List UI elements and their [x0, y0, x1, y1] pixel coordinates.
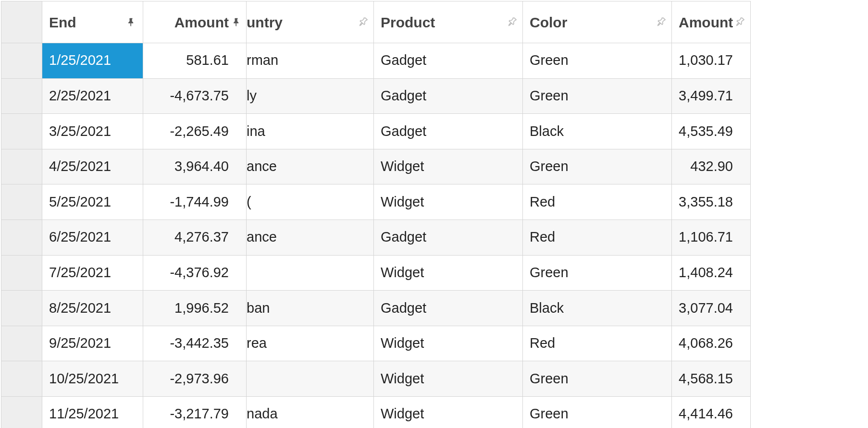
cell-amount[interactable]: -3,217.79 — [143, 397, 247, 428]
cell-color[interactable]: Red — [523, 220, 672, 256]
cell-amount2[interactable]: 432.90 — [672, 149, 750, 185]
cell-amount[interactable]: -4,376.92 — [143, 256, 247, 291]
header-rowselector[interactable] — [1, 1, 42, 43]
row-header[interactable] — [1, 397, 42, 428]
row-header[interactable] — [1, 220, 42, 256]
row-header[interactable] — [1, 361, 42, 397]
cell-amount2[interactable]: 3,077.04 — [672, 291, 750, 326]
cell-amount2[interactable]: 1,106.71 — [672, 220, 750, 256]
cell-amount[interactable]: 581.61 — [143, 43, 247, 79]
cell-color[interactable]: Green — [523, 256, 672, 291]
cell-country[interactable]: ance — [247, 220, 374, 256]
cell-amount[interactable]: -2,265.49 — [143, 114, 247, 149]
cell-amount[interactable]: 3,964.40 — [143, 149, 247, 185]
cell-amount2[interactable]: 4,535.49 — [672, 114, 750, 149]
header-end-label: End — [49, 14, 76, 30]
cell-product[interactable]: Gadget — [374, 79, 523, 114]
cell-product[interactable]: Widget — [374, 326, 523, 362]
pin-icon[interactable] — [232, 17, 241, 27]
header-product[interactable]: Product — [374, 1, 523, 43]
data-grid[interactable]: End Amount untry Product Color — [1, 1, 751, 428]
cell-amount[interactable]: -2,973.96 — [143, 361, 247, 397]
cell-amount2[interactable]: 3,355.18 — [672, 184, 750, 220]
cell-product[interactable]: Widget — [374, 361, 523, 397]
cell-color[interactable]: Red — [523, 184, 672, 220]
row-header[interactable] — [1, 79, 42, 114]
cell-amount2[interactable]: 4,068.26 — [672, 326, 750, 362]
cell-end[interactable]: 9/25/2021 — [42, 326, 143, 362]
cell-end[interactable]: 6/25/2021 — [42, 220, 143, 256]
cell-amount[interactable]: -3,442.35 — [143, 326, 247, 362]
cell-country[interactable]: ance — [247, 149, 374, 185]
cell-amount2[interactable]: 4,568.15 — [672, 361, 750, 397]
cell-color[interactable]: Green — [523, 149, 672, 185]
table-row: 6/25/20214,276.37anceGadgetRed1,106.71 — [1, 220, 750, 256]
cell-amount[interactable]: -1,744.99 — [143, 184, 247, 220]
cell-end[interactable]: 11/25/2021 — [42, 397, 143, 428]
cell-amount2[interactable]: 4,414.46 — [672, 397, 750, 428]
table-row: 9/25/2021-3,442.35reaWidgetRed4,068.26 — [1, 326, 750, 362]
cell-end[interactable]: 5/25/2021 — [42, 184, 143, 220]
cell-country[interactable]: nada — [247, 397, 374, 428]
cell-product[interactable]: Widget — [374, 149, 523, 185]
cell-color[interactable]: Black — [523, 291, 672, 326]
cell-color[interactable]: Green — [523, 43, 672, 79]
cell-product[interactable]: Widget — [374, 184, 523, 220]
cell-amount[interactable]: -4,673.75 — [143, 79, 247, 114]
row-header[interactable] — [1, 184, 42, 220]
table-row: 5/25/2021-1,744.99(WidgetRed3,355.18 — [1, 184, 750, 220]
cell-color[interactable]: Red — [523, 326, 672, 362]
header-color[interactable]: Color — [523, 1, 672, 43]
cell-end[interactable]: 3/25/2021 — [42, 114, 143, 149]
unpin-icon[interactable] — [656, 17, 667, 27]
cell-country[interactable]: ban — [247, 291, 374, 326]
cell-product[interactable]: Widget — [374, 397, 523, 428]
cell-amount2[interactable]: 1,030.17 — [672, 43, 750, 79]
row-header[interactable] — [1, 256, 42, 291]
table-row: 3/25/2021-2,265.49inaGadgetBlack4,535.49 — [1, 114, 750, 149]
cell-country[interactable]: rea — [247, 326, 374, 362]
cell-end[interactable]: 4/25/2021 — [42, 149, 143, 185]
header-end[interactable]: End — [42, 1, 143, 43]
cell-end[interactable]: 7/25/2021 — [42, 256, 143, 291]
cell-color[interactable]: Black — [523, 114, 672, 149]
header-amount-label: Amount — [174, 14, 229, 30]
table-row: 7/25/2021-4,376.92WidgetGreen1,408.24 — [1, 256, 750, 291]
cell-product[interactable]: Gadget — [374, 43, 523, 79]
cell-color[interactable]: Green — [523, 397, 672, 428]
row-header[interactable] — [1, 43, 42, 79]
cell-country[interactable] — [247, 361, 374, 397]
unpin-icon[interactable] — [735, 17, 745, 27]
cell-color[interactable]: Green — [523, 361, 672, 397]
cell-amount2[interactable]: 3,499.71 — [672, 79, 750, 114]
cell-product[interactable]: Gadget — [374, 114, 523, 149]
pin-icon[interactable] — [126, 17, 136, 27]
table-row: 2/25/2021-4,673.75lyGadgetGreen3,499.71 — [1, 79, 750, 114]
cell-color[interactable]: Green — [523, 79, 672, 114]
header-country[interactable]: untry — [247, 1, 374, 43]
row-header[interactable] — [1, 114, 42, 149]
cell-amount[interactable]: 4,276.37 — [143, 220, 247, 256]
row-header[interactable] — [1, 291, 42, 326]
cell-end[interactable]: 8/25/2021 — [42, 291, 143, 326]
unpin-icon[interactable] — [358, 17, 369, 27]
cell-product[interactable]: Widget — [374, 256, 523, 291]
cell-country[interactable]: ly — [247, 79, 374, 114]
row-header[interactable] — [1, 149, 42, 185]
cell-country[interactable]: ( — [247, 184, 374, 220]
cell-end[interactable]: 2/25/2021 — [42, 79, 143, 114]
cell-end[interactable]: 1/25/2021 — [42, 43, 143, 79]
cell-country[interactable] — [247, 256, 374, 291]
cell-country[interactable]: ina — [247, 114, 374, 149]
header-amount[interactable]: Amount — [143, 1, 247, 43]
cell-country[interactable]: rman — [247, 43, 374, 79]
header-amount2[interactable]: Amount2 — [672, 1, 750, 43]
cell-amount[interactable]: 1,996.52 — [143, 291, 247, 326]
cell-end[interactable]: 10/25/2021 — [42, 361, 143, 397]
grid-body: 1/25/2021581.61rmanGadgetGreen1,030.172/… — [1, 43, 750, 428]
cell-product[interactable]: Gadget — [374, 291, 523, 326]
cell-product[interactable]: Gadget — [374, 220, 523, 256]
unpin-icon[interactable] — [507, 17, 518, 27]
cell-amount2[interactable]: 1,408.24 — [672, 256, 750, 291]
row-header[interactable] — [1, 326, 42, 362]
